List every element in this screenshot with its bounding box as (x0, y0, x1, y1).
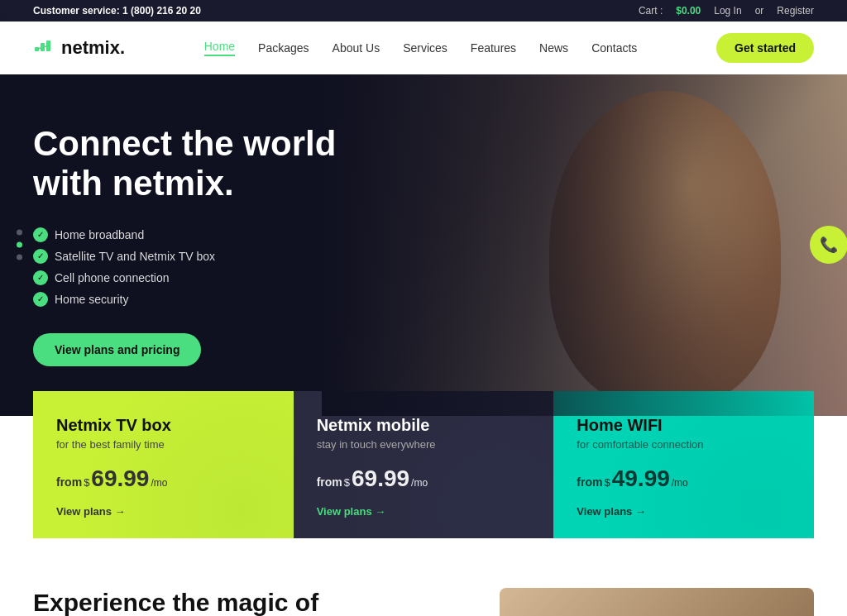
dot-3[interactable] (17, 255, 22, 260)
card-subtitle-3: for comfortable connection (577, 438, 791, 451)
card-price-2: from $ 69.99 /mo (317, 466, 531, 492)
dot-1[interactable] (17, 230, 22, 236)
dot-2[interactable] (17, 242, 22, 248)
nav-features[interactable]: Features (471, 41, 516, 55)
slide-dots (17, 230, 22, 260)
dollar-1: $ (84, 476, 89, 489)
dollar-3: $ (604, 476, 610, 489)
card-title-3: Home WIFI (577, 416, 791, 435)
bottom-image (500, 588, 814, 616)
price-amount-1: 69.99 (91, 466, 149, 492)
or-separator: or (755, 5, 764, 17)
check-icon-4: ✓ (33, 292, 48, 307)
nav-services[interactable]: Services (403, 41, 447, 55)
cart-amount: $0.00 (676, 5, 701, 17)
card-subtitle-2: stay in touch everywhere (317, 438, 531, 451)
check-icon-3: ✓ (33, 270, 48, 285)
phone-icon: 📞 (820, 236, 838, 254)
card-title-2: Netmix mobile (317, 416, 531, 435)
view-plans-link-3[interactable]: View plans → (577, 505, 646, 518)
card-content-3: Home WIFI for comfortable connection fro… (577, 416, 791, 518)
price-mo-3: /mo (672, 477, 688, 489)
hero-title: Connect the world with netmix. (33, 124, 364, 204)
bottom-title: Experience the magic of technology (33, 588, 467, 616)
register-link[interactable]: Register (777, 5, 814, 17)
feature-label-2: Satellite TV and Netmix TV box (55, 250, 215, 263)
view-plans-link-2[interactable]: View plans → (317, 505, 386, 518)
phone-number: 1 (800) 216 20 20 (122, 5, 201, 17)
card-price-1: from $ 69.99 /mo (56, 466, 270, 492)
check-icon-1: ✓ (33, 227, 48, 242)
nav-news[interactable]: News (539, 41, 568, 55)
logo[interactable]: netmix. (33, 36, 125, 60)
top-right: Cart : $0.00 Log In or Register (639, 5, 814, 17)
nav-contacts[interactable]: Contacts (591, 41, 637, 55)
card-price-3: from $ 49.99 /mo (577, 466, 791, 492)
feature-label-4: Home security (55, 293, 128, 306)
feature-item-3: ✓ Cell phone connection (33, 270, 364, 285)
hero-gradient-overlay (322, 74, 847, 416)
view-plans-button[interactable]: View plans and pricing (33, 333, 201, 366)
nav-about-us[interactable]: About Us (333, 41, 380, 55)
card-subtitle-1: for the best family time (56, 438, 270, 451)
bottom-text: Experience the magic of technology (33, 588, 467, 616)
from-label-2: from (317, 475, 342, 489)
price-mo-2: /mo (411, 477, 428, 489)
card-title-1: Netmix TV box (56, 416, 270, 435)
feature-label-1: Home broadband (55, 228, 144, 241)
price-mo-1: /mo (151, 477, 167, 489)
customer-service: Customer service: 1 (800) 216 20 20 (33, 5, 201, 17)
hero-content: Connect the world with netmix. ✓ Home br… (0, 74, 397, 416)
bottom-section: Experience the magic of technology (0, 563, 847, 616)
logo-text: netmix. (61, 37, 125, 59)
top-bar: Customer service: 1 (800) 216 20 20 Cart… (0, 0, 847, 21)
get-started-button[interactable]: Get started (716, 33, 814, 63)
hero-features-list: ✓ Home broadband ✓ Satellite TV and Netm… (33, 227, 364, 307)
customer-service-label: Customer service: (33, 5, 120, 17)
card-content-1: Netmix TV box for the best family time f… (56, 416, 270, 518)
bottom-title-line1: Experience the magic of (33, 589, 318, 616)
feature-item-4: ✓ Home security (33, 292, 364, 307)
view-plans-link-1[interactable]: View plans → (56, 505, 126, 518)
hero-section: Connect the world with netmix. ✓ Home br… (0, 74, 847, 416)
cart-label: Cart : (639, 5, 663, 17)
nav-packages[interactable]: Packages (258, 41, 309, 55)
phone-button[interactable]: 📞 (810, 226, 847, 264)
site-header: netmix. Home Packages About Us Services … (0, 21, 847, 74)
from-label-1: from (56, 475, 82, 489)
card-content-2: Netmix mobile stay in touch everywhere f… (317, 416, 531, 518)
main-nav: Home Packages About Us Services Features… (204, 40, 638, 56)
nav-home[interactable]: Home (204, 40, 235, 56)
dollar-2: $ (344, 476, 350, 489)
check-icon-2: ✓ (33, 249, 48, 264)
feature-label-3: Cell phone connection (55, 271, 170, 284)
login-link[interactable]: Log In (714, 5, 741, 17)
from-label-3: from (577, 475, 602, 489)
price-amount-3: 49.99 (612, 466, 670, 492)
feature-item-2: ✓ Satellite TV and Netmix TV box (33, 249, 364, 264)
price-amount-2: 69.99 (352, 466, 409, 492)
feature-item-1: ✓ Home broadband (33, 227, 364, 242)
logo-icon (33, 36, 56, 60)
